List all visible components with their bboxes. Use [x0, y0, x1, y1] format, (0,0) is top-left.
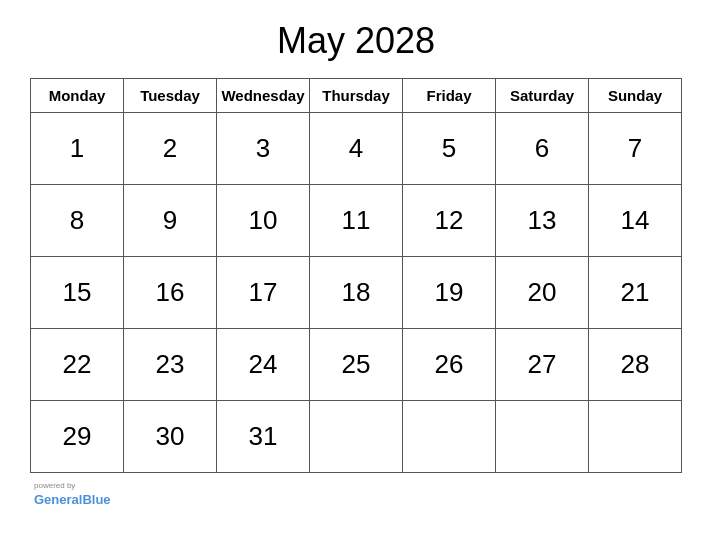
calendar-day-cell: 31 — [217, 401, 310, 473]
calendar-day-cell: 25 — [310, 329, 403, 401]
footer-powered-by: powered by — [34, 481, 682, 490]
calendar-week-row: 1234567 — [31, 113, 682, 185]
calendar-day-cell: 24 — [217, 329, 310, 401]
footer-brand: GeneralBlue — [34, 492, 111, 507]
calendar-header-row: Monday Tuesday Wednesday Thursday Friday… — [31, 79, 682, 113]
calendar-day-cell: 7 — [589, 113, 682, 185]
calendar-day-cell: 3 — [217, 113, 310, 185]
calendar-day-cell: 9 — [124, 185, 217, 257]
calendar-day-cell: 6 — [496, 113, 589, 185]
calendar-day-cell: 14 — [589, 185, 682, 257]
calendar-day-cell: 13 — [496, 185, 589, 257]
calendar-day-cell: 8 — [31, 185, 124, 257]
header-sunday: Sunday — [589, 79, 682, 113]
calendar-day-cell: 29 — [31, 401, 124, 473]
calendar-day-cell: 10 — [217, 185, 310, 257]
calendar-day-cell: 2 — [124, 113, 217, 185]
calendar-day-cell: 23 — [124, 329, 217, 401]
calendar-title: May 2028 — [277, 20, 435, 62]
calendar-day-cell: 15 — [31, 257, 124, 329]
calendar-day-cell — [496, 401, 589, 473]
brand-blue: Blue — [82, 492, 110, 507]
calendar-week-row: 22232425262728 — [31, 329, 682, 401]
calendar-day-cell: 1 — [31, 113, 124, 185]
header-friday: Friday — [403, 79, 496, 113]
calendar-day-cell — [589, 401, 682, 473]
calendar-table: Monday Tuesday Wednesday Thursday Friday… — [30, 78, 682, 473]
calendar-day-cell: 19 — [403, 257, 496, 329]
calendar-day-cell: 16 — [124, 257, 217, 329]
calendar-day-cell — [310, 401, 403, 473]
header-saturday: Saturday — [496, 79, 589, 113]
calendar-day-cell: 26 — [403, 329, 496, 401]
footer: powered by GeneralBlue — [30, 481, 682, 508]
calendar-day-cell: 27 — [496, 329, 589, 401]
header-monday: Monday — [31, 79, 124, 113]
calendar-week-row: 15161718192021 — [31, 257, 682, 329]
calendar-week-row: 891011121314 — [31, 185, 682, 257]
calendar-day-cell: 11 — [310, 185, 403, 257]
header-wednesday: Wednesday — [217, 79, 310, 113]
calendar-day-cell: 4 — [310, 113, 403, 185]
calendar-day-cell: 5 — [403, 113, 496, 185]
calendar-day-cell: 28 — [589, 329, 682, 401]
calendar-day-cell: 22 — [31, 329, 124, 401]
calendar-week-row: 293031 — [31, 401, 682, 473]
header-thursday: Thursday — [310, 79, 403, 113]
calendar-day-cell: 21 — [589, 257, 682, 329]
calendar-day-cell: 12 — [403, 185, 496, 257]
calendar-day-cell: 17 — [217, 257, 310, 329]
calendar-day-cell: 30 — [124, 401, 217, 473]
brand-general: General — [34, 492, 82, 507]
header-tuesday: Tuesday — [124, 79, 217, 113]
calendar-day-cell — [403, 401, 496, 473]
calendar-day-cell: 18 — [310, 257, 403, 329]
calendar-day-cell: 20 — [496, 257, 589, 329]
